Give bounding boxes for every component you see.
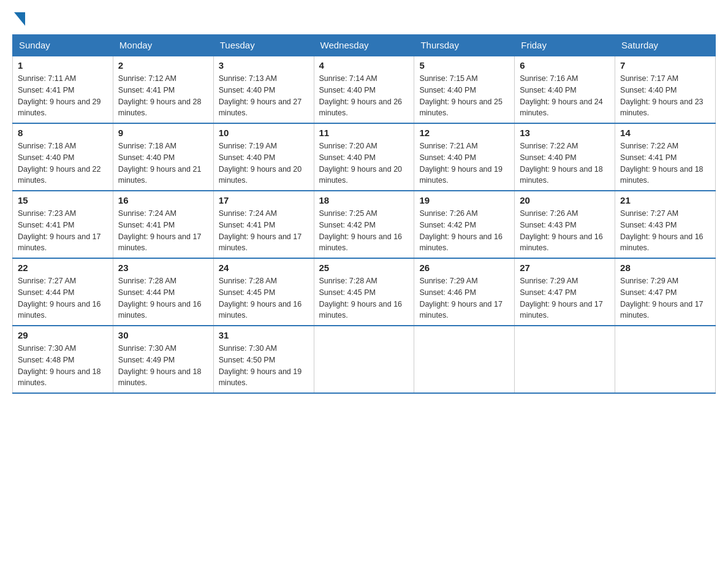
- table-row: 13 Sunrise: 7:22 AM Sunset: 4:40 PM Dayl…: [515, 123, 615, 191]
- page-header: [12, 12, 716, 28]
- day-number: 8: [18, 128, 108, 138]
- calendar-week-row: 22 Sunrise: 7:27 AM Sunset: 4:44 PM Dayl…: [13, 258, 716, 326]
- day-number: 10: [219, 128, 309, 138]
- day-number: 28: [620, 262, 710, 273]
- day-number: 24: [219, 262, 309, 273]
- day-number: 29: [18, 330, 108, 340]
- day-info: Sunrise: 7:18 AM Sunset: 4:40 PM Dayligh…: [118, 142, 202, 185]
- table-row: 3 Sunrise: 7:13 AM Sunset: 4:40 PM Dayli…: [213, 56, 314, 123]
- day-number: 11: [319, 128, 409, 138]
- calendar-week-row: 15 Sunrise: 7:23 AM Sunset: 4:41 PM Dayl…: [13, 191, 716, 258]
- table-row: 29 Sunrise: 7:30 AM Sunset: 4:48 PM Dayl…: [13, 326, 113, 393]
- table-row: 8 Sunrise: 7:18 AM Sunset: 4:40 PM Dayli…: [13, 123, 113, 191]
- table-row: 23 Sunrise: 7:28 AM Sunset: 4:44 PM Dayl…: [113, 258, 213, 326]
- day-number: 14: [620, 128, 710, 138]
- table-row: 25 Sunrise: 7:28 AM Sunset: 4:45 PM Dayl…: [314, 258, 414, 326]
- day-info: Sunrise: 7:12 AM Sunset: 4:41 PM Dayligh…: [118, 74, 202, 117]
- day-number: 31: [219, 330, 309, 340]
- calendar-header-row: Sunday Monday Tuesday Wednesday Thursday…: [13, 35, 716, 56]
- day-info: Sunrise: 7:28 AM Sunset: 4:45 PM Dayligh…: [319, 277, 403, 320]
- table-row: 26 Sunrise: 7:29 AM Sunset: 4:46 PM Dayl…: [414, 258, 515, 326]
- day-info: Sunrise: 7:24 AM Sunset: 4:41 PM Dayligh…: [118, 209, 202, 252]
- day-info: Sunrise: 7:26 AM Sunset: 4:42 PM Dayligh…: [419, 209, 502, 252]
- day-info: Sunrise: 7:27 AM Sunset: 4:44 PM Dayligh…: [18, 277, 101, 320]
- day-info: Sunrise: 7:20 AM Sunset: 4:40 PM Dayligh…: [319, 142, 403, 185]
- table-row: 4 Sunrise: 7:14 AM Sunset: 4:40 PM Dayli…: [314, 56, 414, 123]
- day-number: 5: [419, 60, 509, 71]
- day-info: Sunrise: 7:30 AM Sunset: 4:48 PM Dayligh…: [18, 344, 101, 387]
- header-thursday: Thursday: [414, 35, 515, 56]
- table-row: 22 Sunrise: 7:27 AM Sunset: 4:44 PM Dayl…: [13, 258, 113, 326]
- day-number: 23: [118, 262, 208, 273]
- day-info: Sunrise: 7:28 AM Sunset: 4:44 PM Dayligh…: [118, 277, 202, 320]
- day-info: Sunrise: 7:24 AM Sunset: 4:41 PM Dayligh…: [219, 209, 302, 252]
- table-row: [414, 326, 515, 393]
- day-number: 22: [18, 262, 108, 273]
- table-row: 20 Sunrise: 7:26 AM Sunset: 4:43 PM Dayl…: [515, 191, 615, 258]
- calendar-week-row: 8 Sunrise: 7:18 AM Sunset: 4:40 PM Dayli…: [13, 123, 716, 191]
- day-number: 1: [18, 60, 108, 71]
- table-row: [515, 326, 615, 393]
- day-number: 7: [620, 60, 710, 71]
- table-row: 5 Sunrise: 7:15 AM Sunset: 4:40 PM Dayli…: [414, 56, 515, 123]
- day-number: 15: [18, 195, 108, 205]
- day-number: 16: [118, 195, 208, 205]
- header-wednesday: Wednesday: [314, 35, 414, 56]
- day-info: Sunrise: 7:29 AM Sunset: 4:47 PM Dayligh…: [620, 277, 703, 320]
- day-info: Sunrise: 7:27 AM Sunset: 4:43 PM Dayligh…: [620, 209, 703, 252]
- table-row: [314, 326, 414, 393]
- table-row: 18 Sunrise: 7:25 AM Sunset: 4:42 PM Dayl…: [314, 191, 414, 258]
- day-info: Sunrise: 7:29 AM Sunset: 4:46 PM Dayligh…: [419, 277, 502, 320]
- day-info: Sunrise: 7:30 AM Sunset: 4:50 PM Dayligh…: [219, 344, 302, 387]
- day-info: Sunrise: 7:17 AM Sunset: 4:40 PM Dayligh…: [620, 74, 703, 117]
- header-saturday: Saturday: [615, 35, 716, 56]
- day-info: Sunrise: 7:16 AM Sunset: 4:40 PM Dayligh…: [520, 74, 603, 117]
- table-row: 17 Sunrise: 7:24 AM Sunset: 4:41 PM Dayl…: [213, 191, 314, 258]
- day-number: 13: [520, 128, 610, 138]
- svg-marker-0: [14, 12, 25, 26]
- day-info: Sunrise: 7:22 AM Sunset: 4:41 PM Dayligh…: [620, 142, 703, 185]
- table-row: 12 Sunrise: 7:21 AM Sunset: 4:40 PM Dayl…: [414, 123, 515, 191]
- day-info: Sunrise: 7:26 AM Sunset: 4:43 PM Dayligh…: [520, 209, 603, 252]
- day-info: Sunrise: 7:29 AM Sunset: 4:47 PM Dayligh…: [520, 277, 603, 320]
- day-info: Sunrise: 7:19 AM Sunset: 4:40 PM Dayligh…: [219, 142, 302, 185]
- day-info: Sunrise: 7:13 AM Sunset: 4:40 PM Dayligh…: [219, 74, 302, 117]
- day-number: 20: [520, 195, 610, 205]
- day-number: 21: [620, 195, 710, 205]
- day-info: Sunrise: 7:22 AM Sunset: 4:40 PM Dayligh…: [520, 142, 603, 185]
- table-row: 10 Sunrise: 7:19 AM Sunset: 4:40 PM Dayl…: [213, 123, 314, 191]
- header-monday: Monday: [113, 35, 213, 56]
- header-tuesday: Tuesday: [213, 35, 314, 56]
- day-number: 17: [219, 195, 309, 205]
- table-row: 2 Sunrise: 7:12 AM Sunset: 4:41 PM Dayli…: [113, 56, 213, 123]
- calendar-week-row: 1 Sunrise: 7:11 AM Sunset: 4:41 PM Dayli…: [13, 56, 716, 123]
- day-info: Sunrise: 7:18 AM Sunset: 4:40 PM Dayligh…: [18, 142, 101, 185]
- day-number: 3: [219, 60, 309, 71]
- day-number: 30: [118, 330, 208, 340]
- table-row: 30 Sunrise: 7:30 AM Sunset: 4:49 PM Dayl…: [113, 326, 213, 393]
- day-number: 2: [118, 60, 208, 71]
- day-number: 19: [419, 195, 509, 205]
- table-row: 15 Sunrise: 7:23 AM Sunset: 4:41 PM Dayl…: [13, 191, 113, 258]
- day-info: Sunrise: 7:25 AM Sunset: 4:42 PM Dayligh…: [319, 209, 403, 252]
- table-row: 31 Sunrise: 7:30 AM Sunset: 4:50 PM Dayl…: [213, 326, 314, 393]
- header-friday: Friday: [515, 35, 615, 56]
- table-row: 6 Sunrise: 7:16 AM Sunset: 4:40 PM Dayli…: [515, 56, 615, 123]
- calendar-week-row: 29 Sunrise: 7:30 AM Sunset: 4:48 PM Dayl…: [13, 326, 716, 393]
- table-row: 27 Sunrise: 7:29 AM Sunset: 4:47 PM Dayl…: [515, 258, 615, 326]
- table-row: 28 Sunrise: 7:29 AM Sunset: 4:47 PM Dayl…: [615, 258, 716, 326]
- day-info: Sunrise: 7:23 AM Sunset: 4:41 PM Dayligh…: [18, 209, 101, 252]
- day-info: Sunrise: 7:28 AM Sunset: 4:45 PM Dayligh…: [219, 277, 302, 320]
- day-number: 27: [520, 262, 610, 273]
- table-row: 21 Sunrise: 7:27 AM Sunset: 4:43 PM Dayl…: [615, 191, 716, 258]
- logo-triangle-icon: [14, 12, 25, 26]
- day-number: 25: [319, 262, 409, 273]
- day-number: 26: [419, 262, 509, 273]
- table-row: 7 Sunrise: 7:17 AM Sunset: 4:40 PM Dayli…: [615, 56, 716, 123]
- day-number: 6: [520, 60, 610, 71]
- logo: [12, 12, 25, 28]
- day-info: Sunrise: 7:21 AM Sunset: 4:40 PM Dayligh…: [419, 142, 502, 185]
- table-row: [615, 326, 716, 393]
- day-info: Sunrise: 7:15 AM Sunset: 4:40 PM Dayligh…: [419, 74, 502, 117]
- day-number: 9: [118, 128, 208, 138]
